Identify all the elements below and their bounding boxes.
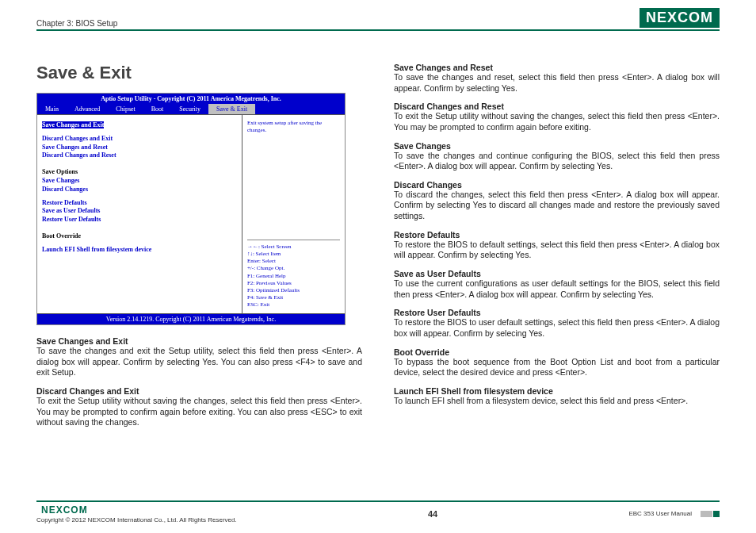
desc-body: To save the changes and continue configu… [394,151,720,172]
desc-head: Save as User Defaults [394,269,720,278]
bios-item[interactable]: Save Changes and Reset [42,144,237,152]
footer-logo: NEXCOM [36,504,237,516]
bios-tabs: Main Advanced Chipset Boot Security Save… [37,104,345,114]
desc-body: To discard the changes, select this fiel… [394,190,720,222]
page-header: Chapter 3: BIOS Setup NEXCOM [36,8,720,31]
brand-logo: NEXCOM [640,8,720,28]
bios-item[interactable]: Restore User Defaults [42,216,237,224]
bios-right-pane: Exit system setup after saving the chang… [242,115,345,313]
desc-head: Discard Changes [394,180,720,190]
bios-tab-main[interactable]: Main [37,104,67,114]
manual-name: EBC 353 User Manual [628,510,692,517]
desc-body: To use the current configurations as use… [394,278,720,300]
desc-body: To exit the Setup utility without saving… [394,111,720,132]
right-column: Save Changes and Reset To save the chang… [394,63,720,428]
bios-item[interactable]: Restore Defaults [42,199,237,208]
desc-head: Restore User Defaults [394,308,720,317]
bios-key-hint: F1: General Help [247,273,340,280]
desc-head: Discard Changes and Exit [36,386,362,396]
bios-key-hint: ESC: Exit [247,301,340,309]
desc-body: To restore the BIOS to user default sett… [394,317,720,339]
bios-key-hint: ↑↓: Select Item [247,251,340,258]
desc-head: Save Changes [394,141,720,151]
bios-left-pane: Save Changes and Exit Discard Changes an… [37,115,242,313]
bios-item[interactable]: Save Changes and Exit [42,121,104,128]
desc-body: To save the changes and exit the Setup u… [36,346,362,378]
desc-head: Discard Changes and Reset [394,102,720,111]
page-number: 44 [428,509,437,519]
bios-key-hint: Enter: Select [247,258,340,265]
bios-tab-advanced[interactable]: Advanced [67,104,108,114]
desc-body: To save the changes and reset, select th… [394,72,720,94]
desc-head: Boot Override [394,347,720,357]
bios-footerbar: Version 2.14.1219. Copyright (C) 2011 Am… [37,314,345,324]
bios-item[interactable]: Save Changes [42,177,237,186]
bios-tab-boot[interactable]: Boot [143,104,172,114]
bios-item[interactable]: Discard Changes [42,186,237,194]
bios-titlebar: Aptio Setup Utility - Copyright (C) 2011… [37,94,345,104]
bios-tab-security[interactable]: Security [171,104,208,114]
section-title: Save & Exit [36,63,362,83]
desc-head: Save Changes and Reset [394,63,720,72]
footer-decoration [700,511,720,517]
bios-help-text: Exit system setup after saving the chang… [247,120,340,134]
desc-body: To launch EFI shell from a filesystem de… [394,396,720,407]
desc-head: Launch EFI Shell from filesystem device [394,386,720,396]
bios-item[interactable]: Launch EFI Shell from filesystem device [42,246,237,255]
bios-keys: →←: Select Screen ↑↓: Select Item Enter:… [247,240,340,309]
bios-item[interactable]: Save as User Defaults [42,207,237,216]
bios-key-hint: F3: Optimized Defaults [247,287,340,294]
bios-key-hint: F2: Previous Values [247,280,340,287]
copyright-text: Copyright © 2012 NEXCOM International Co… [36,516,237,523]
desc-body: To exit the Setup utility without saving… [36,396,362,428]
bios-key-hint: F4: Save & Exit [247,294,340,301]
bios-tab-save-exit[interactable]: Save & Exit [208,104,255,114]
bios-item[interactable]: Discard Changes and Reset [42,151,237,160]
bios-item[interactable]: Discard Changes and Exit [42,135,237,144]
bios-key-hint: +/-: Change Opt. [247,265,340,272]
page-footer: NEXCOM Copyright © 2012 NEXCOM Internati… [36,500,720,523]
desc-body: To bypass the boot sequence from the Boo… [394,357,720,378]
chapter-title: Chapter 3: BIOS Setup [36,19,117,28]
desc-body: To restore the BIOS to default settings,… [394,240,720,261]
bios-tab-chipset[interactable]: Chipset [108,104,143,114]
bios-screenshot: Aptio Setup Utility - Copyright (C) 2011… [36,93,346,325]
bios-group-head: Save Options [42,168,237,177]
desc-head: Restore Defaults [394,230,720,240]
left-column: Save & Exit Aptio Setup Utility - Copyri… [36,63,362,428]
bios-key-hint: →←: Select Screen [247,243,340,251]
desc-head: Save Changes and Exit [36,336,362,346]
bios-group-head: Boot Override [42,232,237,241]
